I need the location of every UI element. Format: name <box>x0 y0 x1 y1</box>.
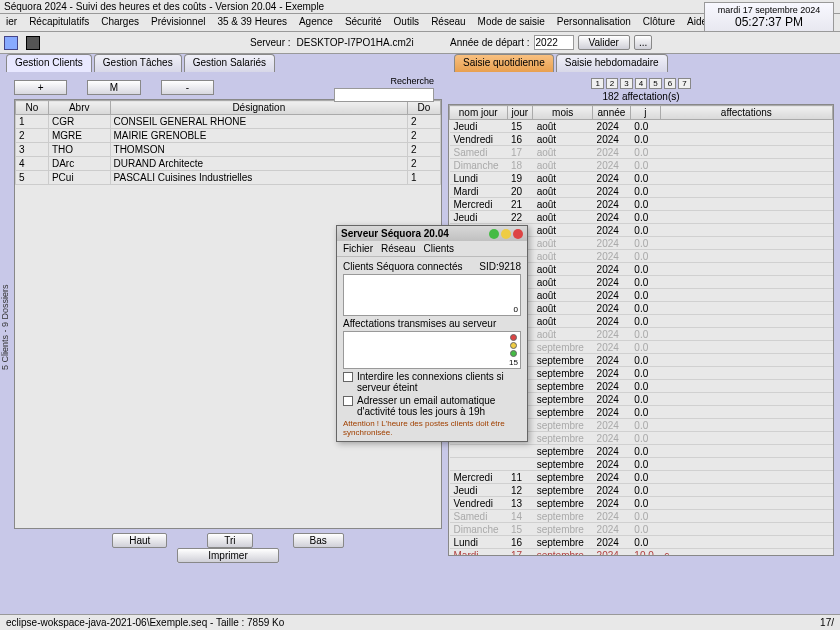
nav-button[interactable]: Tri <box>207 533 252 548</box>
page-button[interactable]: 7 <box>678 78 690 89</box>
server-label: Serveur : <box>250 37 291 48</box>
status-right: 17/ <box>820 617 834 628</box>
year-label: Année de départ : <box>450 37 530 48</box>
nav-button[interactable]: Haut <box>112 533 167 548</box>
menu-item[interactable]: ier <box>0 14 23 31</box>
menu-item[interactable]: Mode de saisie <box>472 14 551 31</box>
dialog-title: Serveur Séquora 20.04 <box>341 228 449 239</box>
dlg-aff-label: Affectations transmises au serveur <box>343 318 521 329</box>
status-bar: eclipse-wokspace-java-2021-06\Exemple.se… <box>0 614 840 630</box>
dlg-clients-list[interactable]: 0 <box>343 274 521 316</box>
tab[interactable]: Gestion Clients <box>6 54 92 72</box>
left-rail-counter: 5 Clients - 9 Dossiers <box>0 72 12 582</box>
seg-button[interactable]: - <box>161 80 214 95</box>
table-row[interactable]: Mercredi11septembre20240.0 <box>450 471 833 484</box>
traffic-light-icon <box>510 334 518 358</box>
toolbar: Serveur : DESKTOP-I7PO1HA.cm2i Année de … <box>0 32 840 54</box>
menu-item[interactable]: Charges <box>95 14 145 31</box>
table-row[interactable]: Dimanche18août20240.0 <box>450 159 833 172</box>
minimize-icon[interactable] <box>489 229 499 239</box>
maximize-icon[interactable] <box>501 229 511 239</box>
left-tabstrip: Gestion ClientsGestion TâchesGestion Sal… <box>6 54 444 72</box>
table-row[interactable]: Jeudi22août20240.0 <box>450 211 833 224</box>
menu-item[interactable]: Outils <box>388 14 426 31</box>
search-input[interactable] <box>334 88 434 102</box>
table-row[interactable]: Mardi17septembre202410.0c <box>450 549 833 557</box>
chk-email[interactable] <box>343 396 353 406</box>
dlg-aff-list[interactable]: 15 <box>343 331 521 369</box>
close-icon[interactable] <box>513 229 523 239</box>
page-button[interactable]: 3 <box>620 78 632 89</box>
right-tabstrip: Saisie quotidienneSaisie hebdomadaire <box>454 54 670 72</box>
menu-item[interactable]: Clôture <box>637 14 681 31</box>
dlg-menu-item[interactable]: Clients <box>423 243 454 254</box>
dlg-warning: Attention ! L'heure des postes clients d… <box>343 419 521 437</box>
menu-item[interactable]: 35 & 39 Heures <box>211 14 293 31</box>
menu-item[interactable]: Personnalisation <box>551 14 637 31</box>
seg-button[interactable]: + <box>14 80 67 95</box>
table-row[interactable]: Jeudi15août20240.0 <box>450 120 833 133</box>
validate-button[interactable]: Valider <box>578 35 630 50</box>
dlg-client-count: 0 <box>514 305 518 314</box>
page-button[interactable]: 4 <box>635 78 647 89</box>
dlg-clients-label: Clients Séquora connectés <box>343 261 463 272</box>
table-row[interactable]: septembre20240.0 <box>450 445 833 458</box>
tab[interactable]: Saisie quotidienne <box>454 54 554 72</box>
dlg-aff-count: 15 <box>509 358 518 367</box>
dlg-sid: SID:9218 <box>479 261 521 272</box>
menu-item[interactable]: Sécurité <box>339 14 388 31</box>
pager: 1234567 <box>448 78 834 89</box>
menu-item[interactable]: Agence <box>293 14 339 31</box>
table-row[interactable]: Lundi19août20240.0 <box>450 172 833 185</box>
chk-block-clients-label: Interdire les connexions clients si serv… <box>357 371 521 393</box>
table-row[interactable]: septembre20240.0 <box>450 458 833 471</box>
table-row[interactable]: Vendredi13septembre20240.0 <box>450 497 833 510</box>
table-row[interactable]: 2MGREMAIRIE GRENOBLE2 <box>16 129 441 143</box>
tab[interactable]: Saisie hebdomadaire <box>556 54 668 72</box>
current-date: mardi 17 septembre 2024 <box>715 5 823 15</box>
affectations-count: 182 affectation(s) <box>448 91 834 102</box>
server-dialog: Serveur Séquora 20.04 FichierRéseauClien… <box>336 225 528 442</box>
dlg-menu-item[interactable]: Fichier <box>343 243 373 254</box>
table-row[interactable]: Mercredi21août20240.0 <box>450 198 833 211</box>
status-path: eclipse-wokspace-java-2021-06\Exemple.se… <box>6 617 284 628</box>
menu-item[interactable]: Réseau <box>425 14 471 31</box>
more-button[interactable]: ... <box>634 35 652 50</box>
table-row[interactable]: Mardi20août20240.0 <box>450 185 833 198</box>
server-name: DESKTOP-I7PO1HA.cm2i <box>297 37 414 48</box>
tab[interactable]: Gestion Salariés <box>184 54 275 72</box>
date-box: mardi 17 septembre 2024 05:27:37 PM <box>704 2 834 32</box>
table-row[interactable]: 1CGRCONSEIL GENERAL RHONE2 <box>16 115 441 129</box>
search-label: Recherche <box>390 76 434 86</box>
tab[interactable]: Gestion Tâches <box>94 54 182 72</box>
page-button[interactable]: 5 <box>649 78 661 89</box>
table-row[interactable]: 3THOTHOMSON2 <box>16 143 441 157</box>
table-row[interactable]: Dimanche15septembre20240.0 <box>450 523 833 536</box>
year-input[interactable] <box>534 35 574 50</box>
page-button[interactable]: 6 <box>664 78 676 89</box>
seg-button[interactable]: M <box>87 80 140 95</box>
toolbar-icon[interactable] <box>26 36 40 50</box>
table-row[interactable]: Samedi14septembre20240.0 <box>450 510 833 523</box>
table-row[interactable]: 5PCuiPASCALI Cuisines Industrielles1 <box>16 171 441 185</box>
print-button[interactable]: Imprimer <box>177 548 278 563</box>
table-row[interactable]: Lundi16septembre20240.0 <box>450 536 833 549</box>
table-row[interactable]: Jeudi12septembre20240.0 <box>450 484 833 497</box>
chk-email-label: Adresser un email automatique d'activité… <box>357 395 521 417</box>
table-row[interactable]: 4DArcDURAND Architecte2 <box>16 157 441 171</box>
table-row[interactable]: Samedi17août20240.0 <box>450 146 833 159</box>
dlg-menu-item[interactable]: Réseau <box>381 243 415 254</box>
page-button[interactable]: 2 <box>606 78 618 89</box>
chk-block-clients[interactable] <box>343 372 353 382</box>
menu-item[interactable]: Récapitulatifs <box>23 14 95 31</box>
table-row[interactable]: Vendredi16août20240.0 <box>450 133 833 146</box>
page-button[interactable]: 1 <box>591 78 603 89</box>
toolbar-icon[interactable] <box>4 36 18 50</box>
current-time: 05:27:37 PM <box>715 15 823 29</box>
menu-item[interactable]: Prévisionnel <box>145 14 211 31</box>
nav-button[interactable]: Bas <box>293 533 344 548</box>
